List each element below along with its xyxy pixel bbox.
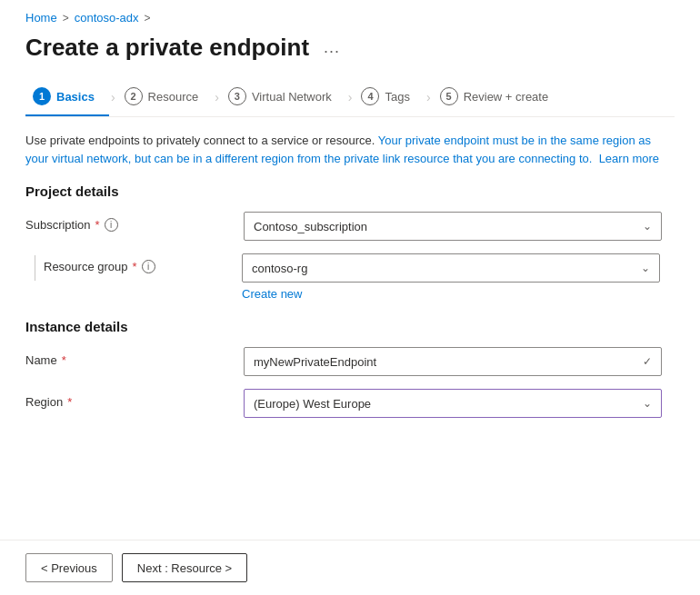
- tab-resource[interactable]: 2 Resource: [117, 80, 214, 116]
- tab-resource-label: Resource: [148, 90, 199, 104]
- region-chevron-icon: ⌄: [643, 397, 652, 410]
- step-circle-resource: 2: [125, 87, 143, 105]
- tab-basics-label: Basics: [56, 90, 95, 104]
- breadcrumb-home[interactable]: Home: [25, 11, 57, 25]
- region-dropdown[interactable]: (Europe) West Europe ⌄: [244, 389, 662, 418]
- create-new-link[interactable]: Create new: [242, 287, 302, 301]
- resource-group-value: contoso-rg: [252, 262, 307, 275]
- footer: < Previous Next : Resource >: [0, 540, 700, 595]
- tab-tags-label: Tags: [385, 90, 409, 104]
- instance-details-header: Instance details: [25, 319, 675, 334]
- step-circle-review: 5: [440, 87, 458, 105]
- subscription-info-icon[interactable]: i: [105, 218, 118, 232]
- previous-button[interactable]: < Previous: [25, 553, 113, 582]
- wizard-steps: 1 Basics › 2 Resource › 3 Virtual Networ…: [25, 80, 675, 117]
- subscription-label: Subscription: [25, 218, 91, 232]
- step-sep-1: ›: [109, 90, 117, 104]
- region-required: *: [67, 395, 72, 409]
- tab-virtual-network-label: Virtual Network: [252, 90, 332, 104]
- resource-group-info-icon[interactable]: i: [142, 260, 155, 273]
- next-button[interactable]: Next : Resource >: [122, 553, 247, 582]
- subscription-required: *: [95, 218, 100, 232]
- resource-group-row: Resource group * i contoso-rg ⌄ Create n…: [25, 253, 675, 301]
- learn-more-link[interactable]: Learn more: [599, 152, 659, 165]
- step-circle-tags: 4: [361, 87, 379, 105]
- tab-virtual-network[interactable]: 3 Virtual Network: [221, 80, 346, 116]
- name-field: Name * myNewPrivateEndpoint ✓: [25, 347, 675, 376]
- subscription-dropdown[interactable]: Contoso_subscription ⌄: [244, 212, 662, 241]
- step-sep-3: ›: [346, 90, 355, 104]
- name-chevron-icon: ✓: [643, 355, 652, 368]
- info-text-part1: Use private endpoints to privately conne…: [25, 134, 375, 147]
- project-details-header: Project details: [25, 183, 675, 199]
- breadcrumb-sep1: >: [63, 12, 69, 25]
- page-title-row: Create a private endpoint ...: [25, 34, 675, 62]
- name-required: *: [62, 353, 66, 367]
- tab-tags[interactable]: 4 Tags: [354, 80, 424, 116]
- rg-indent-line: [35, 255, 35, 281]
- breadcrumb: Home > contoso-adx >: [25, 11, 675, 25]
- step-circle-vnet: 3: [228, 87, 246, 105]
- step-sep-2: ›: [213, 90, 221, 104]
- region-label: Region: [25, 395, 63, 409]
- tab-review-create[interactable]: 5 Review + create: [433, 80, 564, 116]
- subscription-value: Contoso_subscription: [254, 220, 367, 233]
- resource-group-dropdown[interactable]: contoso-rg ⌄: [242, 253, 660, 283]
- resource-group-label: Resource group: [44, 260, 128, 273]
- tab-review-create-label: Review + create: [464, 90, 549, 104]
- ellipsis-button[interactable]: ...: [318, 36, 345, 59]
- breadcrumb-resource[interactable]: contoso-adx: [75, 11, 139, 25]
- step-sep-4: ›: [425, 90, 433, 104]
- name-value: myNewPrivateEndpoint: [254, 355, 376, 369]
- resource-group-chevron-icon: ⌄: [641, 262, 650, 274]
- resource-group-required: *: [133, 260, 137, 273]
- step-circle-basics: 1: [33, 87, 51, 105]
- region-field: Region * (Europe) West Europe ⌄: [25, 389, 675, 418]
- breadcrumb-sep2: >: [145, 12, 151, 25]
- info-text: Use private endpoints to privately conne…: [25, 132, 675, 167]
- subscription-chevron-icon: ⌄: [643, 220, 652, 233]
- name-label: Name: [25, 353, 57, 367]
- page-title: Create a private endpoint: [25, 34, 309, 62]
- subscription-field: Subscription * i Contoso_subscription ⌄: [25, 212, 675, 241]
- tab-basics[interactable]: 1 Basics: [25, 80, 109, 116]
- name-dropdown[interactable]: myNewPrivateEndpoint ✓: [244, 347, 662, 376]
- region-value: (Europe) West Europe: [254, 397, 371, 411]
